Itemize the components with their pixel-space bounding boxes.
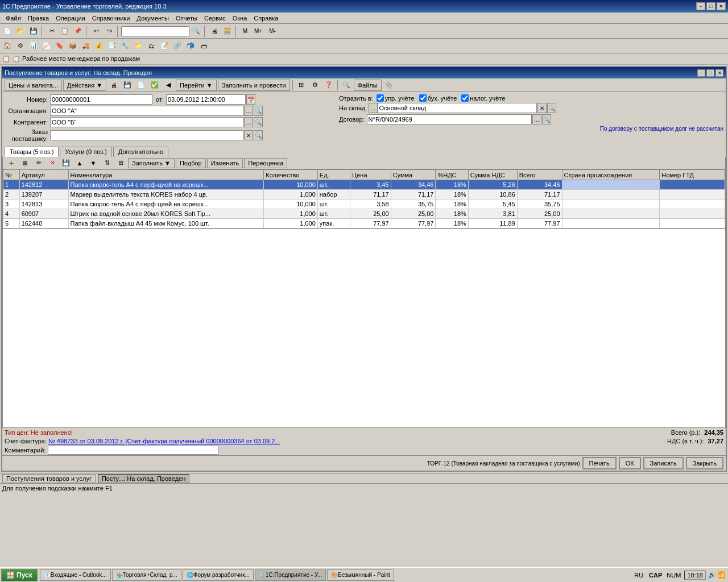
- tb-redo[interactable]: ↪: [103, 25, 115, 38]
- table-cell[interactable]: 5,26: [468, 180, 517, 190]
- table-cell[interactable]: 5,45: [468, 199, 517, 209]
- org-field[interactable]: [50, 106, 243, 116]
- navigate-button[interactable]: Перейти ▼: [176, 80, 217, 91]
- tb-calc[interactable]: 🧮: [221, 25, 234, 38]
- org-select-button[interactable]: …: [244, 106, 253, 116]
- menu-references[interactable]: Справочники: [89, 14, 134, 23]
- table-cell[interactable]: 10,000: [264, 199, 318, 209]
- menu-help[interactable]: Справка: [250, 14, 282, 23]
- table-cell[interactable]: Папка файл-вкладыш А4 45 мкм Комус, 100 …: [68, 219, 264, 228]
- table-cell[interactable]: шт.: [317, 180, 350, 190]
- tb2-13[interactable]: 📝: [158, 40, 171, 52]
- order-search-button[interactable]: 🔍: [254, 130, 263, 140]
- tb2-9[interactable]: 📑: [106, 40, 118, 52]
- fill-post-button[interactable]: Заполнить и провести: [218, 80, 290, 91]
- menu-reports[interactable]: Отчеты: [172, 14, 201, 23]
- date-picker-button[interactable]: 📅: [246, 94, 255, 105]
- table-save-button[interactable]: 💾: [60, 157, 72, 169]
- table-add-button[interactable]: +: [5, 157, 18, 169]
- table-cell[interactable]: 11,89: [468, 219, 517, 228]
- table-cell[interactable]: [562, 199, 660, 209]
- table-cell[interactable]: 34,46: [517, 180, 562, 190]
- tab-additional[interactable]: Дополнительно: [113, 147, 168, 157]
- check-up[interactable]: [377, 94, 384, 102]
- select-button[interactable]: Подбор: [176, 158, 206, 168]
- taskbar-doc-item-2[interactable]: Посту...: На склад. Проведен: [98, 474, 189, 483]
- table-cell[interactable]: упак.: [317, 219, 350, 228]
- table-cell[interactable]: 4: [3, 209, 20, 219]
- tb-paste[interactable]: 📌: [72, 25, 84, 38]
- order-clear-button[interactable]: ✕: [244, 130, 253, 140]
- invoice-link[interactable]: № 498733 от 03.09.2012 г. [Счет-фактура …: [48, 438, 280, 444]
- tb-copy[interactable]: 📋: [59, 25, 71, 38]
- tb-cut[interactable]: ✂: [46, 25, 58, 38]
- table-row[interactable]: 1142812Папка скорос-тель А4 с перф-цией …: [3, 180, 725, 190]
- contra-field[interactable]: [50, 117, 243, 127]
- table-cell[interactable]: шт.: [317, 209, 350, 219]
- close-button[interactable]: ✕: [717, 2, 726, 10]
- table-cell[interactable]: [562, 180, 660, 190]
- check-nalog-label[interactable]: налог. учёте: [461, 94, 505, 102]
- table-cell[interactable]: 5: [3, 219, 20, 228]
- doc-tb-doc-icon[interactable]: 📄: [135, 79, 147, 92]
- doc-tb-check-icon[interactable]: ✅: [148, 79, 161, 92]
- table-cell[interactable]: [562, 209, 660, 219]
- table-add2-button[interactable]: ⊕: [19, 157, 31, 169]
- table-cell[interactable]: 162440: [19, 219, 68, 228]
- search-files-icon[interactable]: 🔍: [340, 79, 353, 92]
- table-cell[interactable]: 18%: [436, 219, 468, 228]
- table-cell[interactable]: [660, 219, 725, 228]
- doc-minimize[interactable]: −: [697, 69, 705, 77]
- menu-service[interactable]: Сервис: [201, 14, 229, 23]
- tb-m[interactable]: M: [239, 25, 251, 38]
- table-cell[interactable]: 1,000: [264, 219, 318, 228]
- doc-tb-print-icon[interactable]: 🖨: [107, 79, 120, 92]
- table-cell[interactable]: [562, 190, 660, 199]
- change-button[interactable]: Изменить: [207, 158, 243, 168]
- taskbar-item-trade[interactable]: 🏪 Торговля+Склад, р...: [112, 569, 181, 581]
- table-cell[interactable]: 3,81: [468, 209, 517, 219]
- table-row[interactable]: 2139207Маркер выделитель текста KORES на…: [3, 190, 725, 199]
- table-cell[interactable]: 25,00: [391, 209, 436, 219]
- table-cell[interactable]: 3: [3, 199, 20, 209]
- table-row[interactable]: 460907Штрих на водной основе 20мл KORES …: [3, 209, 725, 219]
- table-cell[interactable]: 77,97: [517, 219, 562, 228]
- order-field[interactable]: [50, 130, 243, 140]
- tb2-10[interactable]: 🔧: [119, 40, 131, 52]
- tb-new[interactable]: 📄: [1, 25, 14, 38]
- reprice-button[interactable]: Переоценка: [244, 158, 287, 168]
- tb-open[interactable]: 📂: [14, 25, 27, 38]
- tb2-15[interactable]: 📬: [184, 40, 197, 52]
- print-button[interactable]: Печать: [582, 457, 617, 469]
- warehouse-clear-button[interactable]: ✕: [537, 103, 547, 113]
- table-edit-button[interactable]: ✏: [32, 157, 45, 169]
- table-cell[interactable]: 3,45: [350, 180, 391, 190]
- tb2-4[interactable]: 📈: [40, 40, 53, 52]
- table-cell[interactable]: 71,17: [517, 190, 562, 199]
- actions-button[interactable]: Действия ▼: [63, 80, 106, 91]
- table-cell[interactable]: 25,00: [517, 209, 562, 219]
- table-cell[interactable]: 18%: [436, 209, 468, 219]
- table-cell[interactable]: 25,00: [350, 209, 391, 219]
- table-cell[interactable]: 142812: [19, 180, 68, 190]
- taskbar-item-forum[interactable]: 🌐 Форум разработчик...: [183, 569, 254, 581]
- taskbar-doc-item-1[interactable]: Поступления товаров и услуг: [2, 474, 96, 483]
- fill-button[interactable]: Заполнить ▼: [128, 158, 175, 168]
- table-row[interactable]: 5162440Папка файл-вкладыш А4 45 мкм Кому…: [3, 219, 725, 228]
- contra-select-button[interactable]: …: [244, 117, 253, 127]
- check-buh-label[interactable]: бух. учёте: [419, 94, 457, 102]
- tb-mplus[interactable]: M+: [251, 25, 265, 38]
- table-down-button[interactable]: ▼: [87, 157, 100, 169]
- table-cell[interactable]: 10,86: [468, 190, 517, 199]
- tb-save[interactable]: 💾: [27, 25, 40, 38]
- table-cell[interactable]: Маркер выделитель текста KORES набор 4 ц…: [68, 190, 264, 199]
- table-cell[interactable]: 34,46: [391, 180, 436, 190]
- table-cell[interactable]: 35,75: [517, 199, 562, 209]
- table-cell[interactable]: [660, 209, 725, 219]
- tb-mminus[interactable]: M-: [266, 25, 279, 38]
- table-group-button[interactable]: ⊞: [114, 157, 127, 169]
- table-cell[interactable]: 35,75: [391, 199, 436, 209]
- files-button[interactable]: Файлы: [354, 80, 382, 91]
- search-input[interactable]: [121, 26, 189, 36]
- menu-documents[interactable]: Документы: [133, 14, 172, 23]
